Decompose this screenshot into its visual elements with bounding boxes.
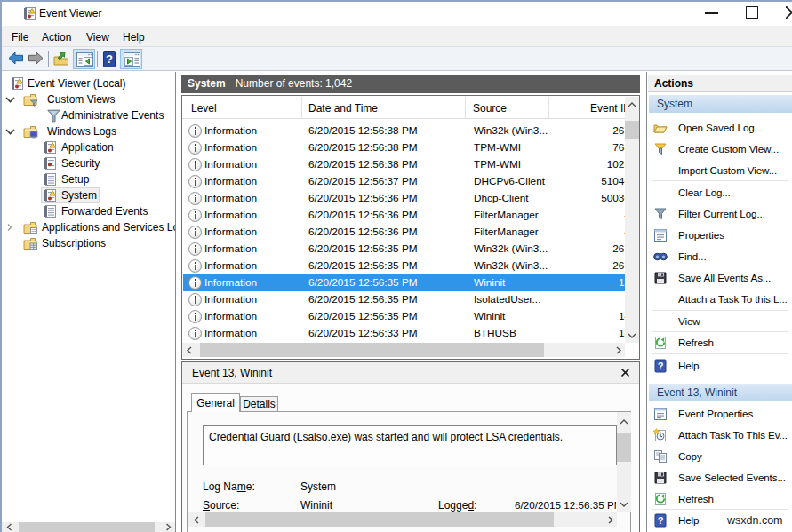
svg-text:?: ? xyxy=(658,361,664,371)
svg-text:?: ? xyxy=(106,52,113,66)
svg-text:?: ? xyxy=(658,515,664,526)
